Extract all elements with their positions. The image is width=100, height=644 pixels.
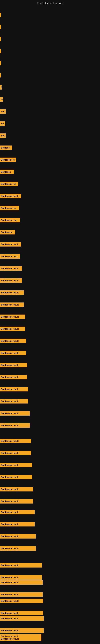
bar-item: Bottleneck result [0,534,36,539]
bar-item: Bot [0,133,6,138]
bar-item [0,24,1,30]
bar-item: Bottleneck result [0,636,41,642]
bar-item: Bottleneck r [0,230,15,235]
bar-item: Bottleneck result [0,302,24,308]
bar-label: Bottleneck result [1,304,19,306]
bar-label: Bottleneck result [1,564,19,566]
bar-item: Bottleneck re [0,157,16,162]
bar-item: Bottleneck result [0,474,32,480]
bar-label: Bottleneck result [1,292,19,294]
bar-item: Bottleneck result [0,498,33,504]
bar-label: Bottleneck re [1,158,15,161]
bar-item: Bottleneck result [0,574,42,580]
bar-item: Bottleneck result [0,450,31,456]
bar-item: Bottleneck res [0,181,18,187]
bar-item: Bottleneck result [0,509,35,515]
bar-item [0,36,1,42]
bar-item: Bottleneck result [0,410,30,416]
bar-label: B [1,86,1,88]
bar-label: Bottleneck result [1,476,19,478]
bar-label: Bot [1,110,4,113]
bar-item [0,48,1,54]
bar-item: Bottleneck result [0,422,30,428]
bar-item: Bottleneck res [0,205,19,211]
bar-label: Bottleneck result [1,593,19,596]
bar-item: Bot [0,109,6,114]
bar-label: Bottleneck result [1,629,19,632]
bar-label: Bottleneck result [1,612,19,614]
bar-label: Bottleneck result [1,424,19,427]
bar-item: Bottlene [0,145,12,150]
bar-label: Bottleneck result [1,464,19,466]
bar-label: Bo [1,122,4,125]
bar-item: Bottleneck result [0,616,44,621]
bar-label: Bottleneck result [1,600,19,602]
bar-item [0,72,1,78]
bar-item: Bottleneck result [0,374,27,380]
bar-item [0,60,1,66]
bar-label: Bottleneck result [1,511,19,514]
bar-item: Bottleneck result [0,546,36,551]
bar-label: Bo [1,98,3,100]
bar-item: Bo [0,96,3,102]
bar-item: Bottleneck result [0,438,31,444]
bar-label: Bottleneck result [1,328,19,330]
bar-label: Bottleneck result [1,440,19,442]
bar-label: Bottleneck result [1,364,19,366]
bar-item: Bottleneck result [0,278,22,283]
bar-item: Bottleneck result [0,290,24,296]
bar-item: Bottleneck result [0,326,25,332]
bar-label: Bottleneck result [1,376,19,378]
bar-item: Bottleneck result [0,522,35,527]
bar-item: Bottleneck result [0,580,43,585]
bar-item: Bottleneck result [0,314,25,320]
bar-item: Bottleneck result [0,462,32,468]
bar-label: Bottleneck result [1,488,19,490]
bar-label: Bottleneck result [1,340,19,342]
bar-item: Bottleneck result [0,628,44,633]
bar-label: Bottleneck result [1,500,19,502]
bar-label: Bottleneck res [1,183,16,185]
bar-item: Bottleneck result [0,338,26,344]
bar-item: Bottleneck result [0,486,33,492]
bar-label: Bottleneck resu [1,255,17,258]
bar-label: Bottleneck result [1,638,19,640]
bar-label: Bottlene [1,146,10,149]
bar-label: Bottleneck result [1,581,19,584]
bar-label: Bottleneck result [1,400,19,402]
bar-label: Bottleneck result [1,535,19,538]
bar-item: Bottleneck result [0,562,42,568]
bar-label: Bot [1,134,4,137]
bar-item: Bottleneck resu [0,217,20,223]
bar-label: Bottleneck result [1,352,19,354]
bar-label: Bottleneck result [1,316,19,318]
bar-item: Bo [0,121,5,126]
bar-label: Bottleneck result [1,243,19,246]
bar-item [0,12,1,18]
bar-label: Bottleneck result [1,195,19,197]
bar-item: Bottleneck result [0,350,26,356]
bar-item: Bottleneck result [0,193,21,199]
bar-label: Bottleneck result [1,576,19,578]
bar-item: Bottleneck result [0,398,28,404]
bar-item: Bottleneck result [0,386,28,392]
bar-item: Bottleneck result [0,242,21,247]
bar-label: Bottleneck result [1,412,19,414]
site-title: TheBottlenecker.com [0,2,100,5]
bar-item: Bottleneck result [0,266,22,271]
bar-item: Bottlenec [0,169,14,175]
bar-item: B [0,84,1,90]
bar-item: Bottleneck result [0,610,43,616]
bar-label: Bottleneck resu [1,219,17,222]
bar-label: Bottleneck res [1,207,16,209]
bar-label: Bottleneck result [1,267,19,270]
bar-label: Bottleneck r [1,231,14,234]
bar-label: Bottleneck result [1,279,19,282]
bar-item: Bottleneck result [0,592,43,597]
bar-item: Bottleneck result [0,598,43,604]
bar-label: Bottleneck result [1,523,19,526]
bar-label: Bottleneck result [1,452,19,454]
bar-item: Bottleneck result [0,362,27,368]
bar-label: Bottleneck result [1,388,19,390]
bar-label: Bottlenec [1,171,11,173]
